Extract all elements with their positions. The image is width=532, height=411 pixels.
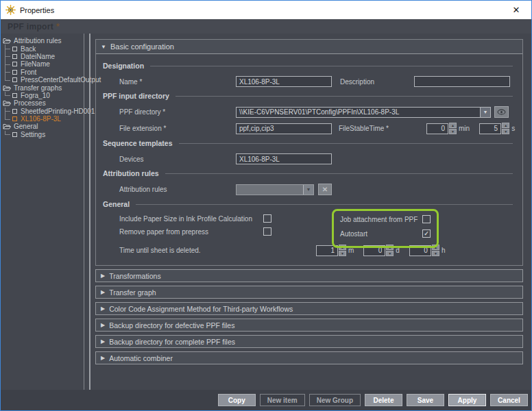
page-title: PPF import * (1, 19, 531, 34)
window-title: Properties (20, 6, 54, 14)
tree-group-label: Attribution rules (14, 37, 61, 45)
section-basic-configuration-header[interactable]: ▼ Basic configuration (96, 40, 522, 54)
content-area: Attribution rules Back DateiName FileNam… (1, 34, 531, 390)
tree-item-label: Fogra_10 (21, 92, 50, 99)
tree-group-label: Transfer graphs (14, 84, 62, 92)
include-paper-size-label: Include Paper Size in Ink Profile Calcul… (119, 215, 263, 223)
filestabletime-min-spinner: ▲ ▼ min (426, 123, 470, 134)
ppf-directory-combobox[interactable]: \\KIE-C6VPNSERV01\PTConfig\PPFIn\XL106-8… (236, 107, 491, 118)
section-transfer-graph[interactable]: ▶ Transfer graph (95, 286, 523, 299)
tree-group-label: Processes (14, 99, 46, 107)
section-backup-defective-ppf[interactable]: ▶ Backup directory for defective PPF fil… (95, 319, 523, 332)
tree-item-xl106-8p-3l-selected[interactable]: XL106-8P-3L (1, 115, 84, 123)
attribution-rules-combobox[interactable]: ▼ (236, 184, 314, 195)
tree-item-settings[interactable]: Settings (1, 131, 84, 138)
file-extension-row: File extension * FileStableTime * ▲ ▼ mi… (103, 123, 516, 134)
tree-item-presscenterdefaultoutput[interactable]: PressCenterDefaultOutput (1, 76, 84, 84)
tree-leaf-icon (12, 47, 17, 51)
name-label: Name * (119, 78, 236, 86)
spinner-down-icon[interactable]: ▼ (339, 251, 346, 256)
group-designation: Designation (103, 62, 516, 70)
apply-button[interactable]: Apply (448, 394, 486, 406)
include-paper-size-checkbox[interactable] (263, 214, 271, 223)
job-attachment-checkbox[interactable] (422, 215, 431, 223)
tree-item-back[interactable]: Back (1, 45, 84, 52)
group-title: Attribution rules (103, 169, 159, 177)
tree-group-transfer-graphs[interactable]: Transfer graphs (1, 84, 84, 91)
group-title: Designation (103, 62, 144, 70)
tree-connector (5, 108, 12, 115)
spinner-down-icon[interactable]: ▼ (432, 251, 439, 256)
h-unit-label: h (442, 247, 446, 254)
tree-item-label: Settings (21, 131, 45, 138)
section-title: Basic configuration (110, 42, 174, 51)
spinner-down-icon[interactable]: ▼ (449, 129, 457, 134)
tree-item-dateiname[interactable]: DateiName (1, 53, 84, 60)
folder-icon (3, 85, 11, 91)
devices-input[interactable] (236, 153, 332, 164)
browse-directory-button[interactable] (494, 106, 509, 118)
tree-leaf-icon (12, 54, 17, 59)
spinner-up-icon[interactable]: ▲ (449, 123, 457, 128)
chevron-expanded-icon: ▼ (101, 44, 106, 50)
name-input[interactable] (236, 76, 332, 87)
basic-configuration-body: Designation Name * Description PPF input… (96, 54, 522, 265)
new-item-button[interactable]: New item (260, 394, 305, 406)
tree-item-front[interactable]: Front (1, 68, 84, 76)
group-sequence-templates: Sequence templates (103, 139, 516, 147)
tree-connector (5, 76, 12, 84)
delete-button[interactable]: Delete (365, 394, 402, 406)
name-row: Name * Description (103, 76, 516, 87)
navigation-tree: Attribution rules Back DateiName FileNam… (1, 34, 84, 390)
tree-group-general[interactable]: General (1, 123, 84, 130)
description-input[interactable] (414, 76, 510, 87)
tree-item-filename[interactable]: FileName (1, 60, 84, 68)
section-title: Color Code Assignment Method for Third-p… (109, 305, 293, 313)
main-panel: ▼ Basic configuration Designation Name *… (90, 34, 531, 390)
section-color-code-assignment[interactable]: ▶ Color Code Assignment Method for Third… (95, 302, 523, 315)
section-title: Backup directory for defective PPF files (109, 321, 234, 329)
chevron-collapsed-icon: ▶ (101, 289, 105, 295)
remove-paper-checkbox[interactable] (263, 227, 271, 236)
copy-button[interactable]: Copy (218, 394, 256, 406)
section-backup-complete-ppf[interactable]: ▶ Backup directory for complete PPF file… (95, 335, 523, 348)
spinner-up-icon[interactable]: ▲ (502, 123, 509, 128)
spinner-down-icon[interactable]: ▼ (386, 251, 394, 256)
save-button[interactable]: Save (407, 394, 444, 406)
section-basic-configuration: ▼ Basic configuration Designation Name *… (95, 39, 523, 266)
tree-group-attribution-rules[interactable]: Attribution rules (1, 37, 84, 45)
group-title: PPF input directory (103, 92, 169, 100)
tree-leaf-icon (12, 109, 17, 114)
clear-attribution-button[interactable]: ✕ (318, 184, 332, 195)
chevron-collapsed-icon: ▶ (101, 306, 105, 312)
spinner-down-icon[interactable]: ▼ (502, 129, 509, 134)
autostart-label: Autostart (340, 230, 367, 238)
devices-row: Devices (103, 153, 516, 164)
folder-icon (3, 100, 11, 106)
tree-item-fogra-10[interactable]: Fogra_10 (1, 92, 84, 99)
autostart-checkbox[interactable]: ✓ (422, 229, 431, 238)
filestabletime-min-input[interactable] (426, 123, 448, 134)
folder-icon (3, 38, 11, 44)
new-group-button[interactable]: New Group (309, 394, 361, 406)
group-rule (136, 204, 513, 205)
tree-item-sheetfedprinting-hd001[interactable]: SheetfedPrinting-HD001 (1, 108, 84, 115)
job-attachment-row: Job attachment from PPF (340, 215, 431, 223)
tree-group-processes[interactable]: Processes (1, 99, 84, 107)
close-icon[interactable]: ✕ (501, 1, 531, 19)
group-ppf-input-directory: PPF input directory (103, 92, 516, 100)
section-transformations[interactable]: ▶ Transformations (95, 269, 523, 282)
filestabletime-s-input[interactable] (479, 123, 501, 134)
chevron-collapsed-icon: ▶ (101, 355, 105, 361)
section-automatic-combiner[interactable]: ▶ Automatic combiner (95, 351, 523, 364)
description-label: Description (340, 78, 414, 86)
group-rule (176, 96, 513, 97)
file-extension-input[interactable] (236, 123, 332, 134)
section-title: Automatic combiner (109, 354, 173, 362)
tree-connector (5, 53, 12, 60)
chevron-down-icon[interactable]: ▼ (480, 108, 490, 117)
eye-icon (497, 109, 506, 115)
filestabletime-label: FileStableTime * (339, 125, 426, 132)
chevron-down-icon[interactable]: ▼ (303, 185, 313, 195)
cancel-button[interactable]: Cancel (490, 394, 528, 406)
